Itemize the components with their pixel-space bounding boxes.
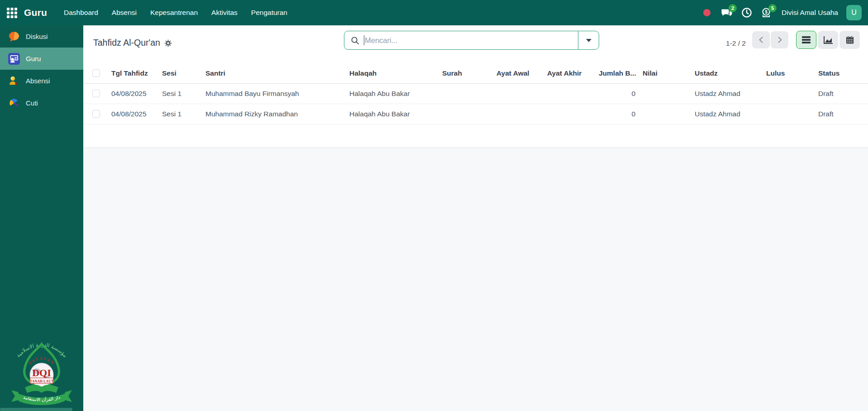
row-checkbox[interactable] bbox=[92, 110, 100, 118]
pager-buttons bbox=[752, 31, 788, 48]
cell-surah[interactable] bbox=[439, 104, 493, 124]
pager-next-button[interactable] bbox=[771, 31, 788, 48]
search-icon bbox=[351, 36, 359, 45]
action-gear-icon[interactable] bbox=[164, 39, 172, 47]
cell-sesi[interactable]: Sesi 1 bbox=[158, 83, 202, 104]
cell-jumlah[interactable]: 0 bbox=[595, 104, 639, 124]
column-halaqah[interactable]: Halaqah bbox=[346, 63, 439, 83]
chevron-left-icon bbox=[758, 37, 764, 43]
chevron-right-icon bbox=[777, 37, 783, 43]
cell-lulus[interactable] bbox=[763, 83, 815, 104]
cell-santri[interactable]: Muhammad Bayu Firmansyah bbox=[202, 83, 346, 104]
cell-ayat-awal[interactable] bbox=[493, 104, 544, 124]
breadcrumb: Tahfidz Al-Qur'an bbox=[93, 38, 172, 48]
search-input[interactable] bbox=[365, 36, 578, 45]
menu-dashboard[interactable]: Dashboard bbox=[58, 5, 104, 20]
table-header-row: Tgl Tahfidz Sesi Santri Halaqah Surah Ay… bbox=[83, 63, 868, 83]
text-cursor bbox=[364, 35, 364, 45]
cell-surah[interactable] bbox=[439, 83, 493, 104]
row-checkbox[interactable] bbox=[92, 90, 100, 97]
menu-absensi[interactable]: Absensi bbox=[106, 5, 143, 20]
logo-tanah-laut: TANAH LAUT bbox=[30, 379, 54, 383]
top-menu: Dashboard Absensi Kepesantrenan Aktivita… bbox=[58, 5, 293, 20]
column-ustadz[interactable]: Ustadz bbox=[691, 63, 763, 83]
column-status[interactable]: Status bbox=[815, 63, 868, 83]
cell-ayat-akhir[interactable] bbox=[544, 104, 595, 124]
pager-previous-button[interactable] bbox=[752, 31, 770, 48]
column-jumlah[interactable]: Jumlah B... bbox=[595, 63, 639, 83]
calendar-view-icon bbox=[846, 36, 854, 44]
cell-tgl[interactable]: 04/08/2025 bbox=[108, 83, 158, 104]
cell-santri[interactable]: Muhammad Rizky Ramadhan bbox=[202, 104, 346, 124]
menu-kepesantrenan[interactable]: Kepesantrenan bbox=[144, 5, 204, 20]
graph-view-button[interactable] bbox=[818, 31, 838, 49]
column-ayat-awal[interactable]: Ayat Awal bbox=[493, 63, 544, 83]
pager-range: 1-2 / 2 bbox=[726, 39, 746, 48]
cell-ayat-akhir[interactable] bbox=[544, 83, 595, 104]
cell-halaqah[interactable]: Halaqah Abu Bakar bbox=[346, 104, 439, 124]
sidebar-item-diskusi[interactable]: Diskusi bbox=[0, 25, 83, 48]
search-bar bbox=[344, 31, 599, 50]
select-all-checkbox[interactable] bbox=[92, 69, 100, 77]
column-surah[interactable]: Surah bbox=[439, 63, 493, 83]
column-ayat-akhir[interactable]: Ayat Akhir bbox=[544, 63, 595, 83]
svg-text:$: $ bbox=[765, 10, 768, 14]
menu-pengaturan[interactable]: Pengaturan bbox=[245, 5, 293, 20]
guru-app-icon bbox=[8, 53, 20, 65]
page-title: Tahfidz Al-Qur'an bbox=[93, 38, 160, 48]
graph-view-icon bbox=[824, 36, 833, 44]
discuss-icon bbox=[8, 30, 20, 43]
cell-halaqah[interactable]: Halaqah Abu Bakar bbox=[346, 83, 439, 104]
cell-status[interactable]: Draft bbox=[815, 104, 868, 124]
control-panel: Tahfidz Al-Qur'an bbox=[83, 25, 868, 63]
messages-icon[interactable]: 2 bbox=[720, 5, 734, 20]
column-lulus[interactable]: Lulus bbox=[763, 63, 815, 83]
cell-nilai[interactable] bbox=[639, 83, 691, 104]
user-name[interactable]: Divisi Amal Usaha bbox=[782, 9, 838, 17]
view-switcher bbox=[796, 31, 860, 49]
table-row[interactable]: 04/08/2025 Sesi 1 Muhammad Bayu Firmansy… bbox=[83, 83, 868, 104]
sidebar-item-label: Guru bbox=[26, 55, 41, 62]
chevron-down-icon bbox=[586, 39, 591, 42]
column-santri[interactable]: Santri bbox=[202, 63, 346, 83]
table-footer-space bbox=[83, 124, 868, 148]
timeoff-umbrella-icon bbox=[8, 97, 20, 109]
activities-clock-icon[interactable] bbox=[740, 5, 754, 20]
column-sesi[interactable]: Sesi bbox=[158, 63, 202, 83]
top-navbar: Guru Dashboard Absensi Kepesantrenan Akt… bbox=[0, 0, 868, 25]
menu-aktivitas[interactable]: Aktivitas bbox=[205, 5, 243, 20]
sidebar-scrollbar[interactable] bbox=[0, 408, 72, 411]
user-avatar[interactable]: U bbox=[846, 5, 862, 20]
sidebar-item-absensi[interactable]: Absensi bbox=[0, 70, 83, 92]
messages-badge: 2 bbox=[729, 4, 737, 12]
cell-sesi[interactable]: Sesi 1 bbox=[158, 104, 202, 124]
activities-badge: 5 bbox=[768, 4, 777, 12]
status-dot-icon[interactable] bbox=[700, 5, 714, 20]
calendar-view-button[interactable] bbox=[839, 31, 860, 49]
table-row[interactable]: 04/08/2025 Sesi 1 Muhammad Rizky Ramadha… bbox=[83, 104, 868, 124]
sidebar-item-cuti[interactable]: Cuti bbox=[0, 92, 83, 114]
column-tgl-tahfidz[interactable]: Tgl Tahfidz bbox=[108, 63, 158, 83]
column-nilai[interactable]: Nilai bbox=[639, 63, 691, 83]
search-dropdown-toggle[interactable] bbox=[578, 31, 599, 49]
attendance-icon bbox=[8, 75, 20, 87]
cell-status[interactable]: Draft bbox=[815, 83, 868, 104]
cell-ustadz[interactable]: Ustadz Ahmad bbox=[691, 83, 763, 104]
app-brand[interactable]: Guru bbox=[24, 7, 47, 18]
list-view-button[interactable] bbox=[796, 31, 816, 49]
cell-select[interactable] bbox=[83, 104, 108, 124]
cell-lulus[interactable] bbox=[763, 104, 815, 124]
cell-ustadz[interactable]: Ustadz Ahmad bbox=[691, 104, 763, 124]
cell-jumlah[interactable]: 0 bbox=[595, 83, 639, 104]
navbar-right: 2 $ 5 Divisi Amal Usaha U bbox=[700, 5, 862, 20]
payment-inbox-icon[interactable]: $ 5 bbox=[760, 5, 773, 20]
main-content: Tahfidz Al-Qur'an bbox=[83, 25, 868, 411]
sidebar-item-label: Cuti bbox=[26, 99, 38, 107]
cell-tgl[interactable]: 04/08/2025 bbox=[108, 104, 158, 124]
cell-ayat-awal[interactable] bbox=[493, 83, 544, 104]
header-select-all[interactable] bbox=[83, 63, 108, 83]
cell-select[interactable] bbox=[83, 83, 108, 104]
sidebar-item-guru[interactable]: Guru bbox=[0, 48, 83, 70]
apps-grid-icon[interactable] bbox=[7, 8, 17, 18]
cell-nilai[interactable] bbox=[639, 104, 691, 124]
